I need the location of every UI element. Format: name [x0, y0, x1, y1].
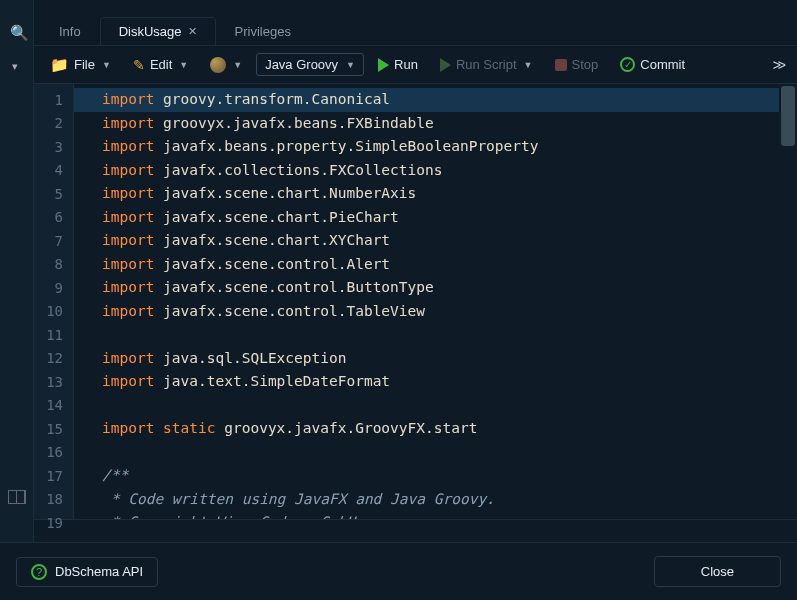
snippets-menu[interactable]: ▼: [202, 53, 250, 77]
file-menu[interactable]: 📁 File ▼: [42, 52, 119, 78]
code-line[interactable]: import javafx.scene.chart.XYChart: [102, 229, 797, 253]
close-icon[interactable]: ✕: [188, 25, 197, 38]
tab-label: Info: [59, 24, 81, 39]
code-editor[interactable]: 12345678910111213141516171819 import gro…: [34, 84, 797, 520]
line-number: 4: [34, 159, 73, 183]
code-line[interactable]: * Code written using JavaFX and Java Gro…: [102, 488, 797, 512]
line-number: 3: [34, 135, 73, 159]
folder-icon: 📁: [50, 56, 69, 74]
bottom-bar: ? DbSchema API Close: [0, 542, 797, 600]
snake-icon: [210, 57, 226, 73]
line-number: 1: [34, 88, 73, 112]
layout-icon[interactable]: [8, 490, 26, 504]
tab-label: Privileges: [235, 24, 291, 39]
code-line[interactable]: import java.sql.SQLException: [102, 347, 797, 371]
line-number: 14: [34, 394, 73, 418]
line-number: 13: [34, 370, 73, 394]
left-rail: 🔍 ▾: [0, 0, 34, 600]
line-number: 15: [34, 417, 73, 441]
language-label: Java Groovy: [265, 57, 338, 72]
line-number: 5: [34, 182, 73, 206]
check-icon: ✓: [620, 57, 635, 72]
line-number: 18: [34, 488, 73, 512]
code-line[interactable]: import static groovyx.javafx.GroovyFX.st…: [102, 417, 797, 441]
line-number: 6: [34, 206, 73, 230]
overflow-icon[interactable]: >>: [773, 57, 789, 73]
edit-menu[interactable]: ✎ Edit ▼: [125, 53, 196, 77]
stop-label: Stop: [572, 57, 599, 72]
code-line[interactable]: import javafx.collections.FXCollections: [102, 159, 797, 183]
code-line[interactable]: /**: [102, 464, 797, 488]
code-area[interactable]: import groovy.transform.Canonicalimport …: [74, 84, 797, 519]
code-line[interactable]: import javafx.scene.chart.NumberAxis: [102, 182, 797, 206]
code-line[interactable]: import java.text.SimpleDateFormat: [102, 370, 797, 394]
code-line[interactable]: import javafx.scene.control.Alert: [102, 253, 797, 277]
run-script-button[interactable]: Run Script ▼: [432, 53, 541, 76]
stop-icon: [555, 59, 567, 71]
line-number: 2: [34, 112, 73, 136]
api-label: DbSchema API: [55, 564, 143, 579]
collapse-icon[interactable]: ▾: [12, 60, 18, 73]
line-number: 9: [34, 276, 73, 300]
line-number: 7: [34, 229, 73, 253]
line-number: 17: [34, 464, 73, 488]
commit-button[interactable]: ✓ Commit: [612, 53, 693, 76]
chevron-down-icon: ▼: [179, 60, 188, 70]
line-number: 11: [34, 323, 73, 347]
code-line[interactable]: import javafx.beans.property.SimpleBoole…: [102, 135, 797, 159]
run-script-label: Run Script: [456, 57, 517, 72]
tab-bar: Info DiskUsage ✕ Privileges: [34, 14, 797, 46]
code-line[interactable]: import javafx.scene.chart.PieChart: [102, 206, 797, 230]
line-number: 16: [34, 441, 73, 465]
language-selector[interactable]: Java Groovy ▼: [256, 53, 364, 76]
code-line[interactable]: [102, 394, 797, 418]
search-icon[interactable]: 🔍: [10, 24, 29, 42]
code-line[interactable]: [102, 323, 797, 347]
edit-label: Edit: [150, 57, 172, 72]
code-line[interactable]: import javafx.scene.control.TableView: [102, 300, 797, 324]
code-line[interactable]: [102, 441, 797, 465]
scrollbar-thumb[interactable]: [781, 86, 795, 146]
chevron-down-icon: ▼: [346, 60, 355, 70]
toolbar: 📁 File ▼ ✎ Edit ▼ ▼ Java Groovy ▼ Run Ru…: [34, 46, 797, 84]
code-line[interactable]: * Copyright Wise Coders GmbH.: [102, 511, 797, 519]
play-icon: [440, 58, 451, 72]
code-line[interactable]: import groovy.transform.Canonical: [74, 88, 779, 112]
line-number: 12: [34, 347, 73, 371]
chevron-down-icon: ▼: [233, 60, 242, 70]
file-label: File: [74, 57, 95, 72]
close-label: Close: [701, 564, 734, 579]
tab-label: DiskUsage: [119, 24, 182, 39]
chevron-down-icon: ▼: [524, 60, 533, 70]
run-button[interactable]: Run: [370, 53, 426, 76]
line-gutter: 12345678910111213141516171819: [34, 84, 74, 519]
tab-info[interactable]: Info: [40, 17, 100, 45]
pencil-icon: ✎: [133, 57, 145, 73]
line-number: 19: [34, 511, 73, 535]
code-line[interactable]: import groovyx.javafx.beans.FXBindable: [102, 112, 797, 136]
run-label: Run: [394, 57, 418, 72]
api-help-button[interactable]: ? DbSchema API: [16, 557, 158, 587]
line-number: 10: [34, 300, 73, 324]
line-number: 8: [34, 253, 73, 277]
commit-label: Commit: [640, 57, 685, 72]
close-button[interactable]: Close: [654, 556, 781, 587]
question-icon: ?: [31, 564, 47, 580]
tab-privileges[interactable]: Privileges: [216, 17, 310, 45]
code-line[interactable]: import javafx.scene.control.ButtonType: [102, 276, 797, 300]
play-icon: [378, 58, 389, 72]
stop-button[interactable]: Stop: [547, 53, 607, 76]
chevron-down-icon: ▼: [102, 60, 111, 70]
tab-disk-usage[interactable]: DiskUsage ✕: [100, 17, 216, 45]
